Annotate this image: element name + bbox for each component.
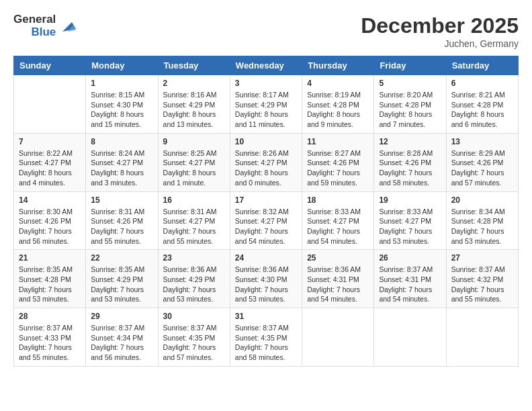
day-info: Sunrise: 8:36 AMSunset: 4:29 PMDaylight:… (163, 265, 225, 304)
day-info: Sunrise: 8:36 AMSunset: 4:31 PMDaylight:… (307, 265, 369, 304)
day-number: 25 (307, 253, 369, 263)
calendar-cell: 5Sunrise: 8:20 AMSunset: 4:28 PMDaylight… (374, 75, 446, 134)
location-label: Juchen, Germany (361, 38, 519, 49)
day-info: Sunrise: 8:27 AMSunset: 4:26 PMDaylight:… (307, 148, 369, 188)
calendar-header-row: SundayMondayTuesdayWednesdayThursdayFrid… (14, 56, 519, 75)
day-number: 12 (379, 137, 441, 146)
day-number: 18 (307, 195, 369, 205)
day-info: Sunrise: 8:31 AMSunset: 4:26 PMDaylight:… (91, 207, 152, 246)
day-info: Sunrise: 8:35 AMSunset: 4:28 PMDaylight:… (19, 265, 81, 304)
page-header: General Blue December 2025 Juchen, Germa… (13, 13, 519, 49)
calendar-cell: 18Sunrise: 8:33 AMSunset: 4:27 PMDayligh… (302, 191, 374, 250)
calendar-cell: 12Sunrise: 8:28 AMSunset: 4:26 PMDayligh… (374, 133, 446, 191)
day-number: 29 (91, 312, 152, 321)
day-number: 7 (19, 137, 81, 146)
calendar-cell: 11Sunrise: 8:27 AMSunset: 4:26 PMDayligh… (302, 133, 374, 191)
day-number: 6 (451, 79, 513, 88)
calendar-week-row: 21Sunrise: 8:35 AMSunset: 4:28 PMDayligh… (14, 250, 519, 308)
calendar-cell: 2Sunrise: 8:16 AMSunset: 4:29 PMDaylight… (158, 75, 230, 134)
logo-general-text: General (13, 13, 56, 26)
day-number: 21 (19, 253, 81, 263)
calendar-cell: 4Sunrise: 8:19 AMSunset: 4:28 PMDaylight… (302, 75, 374, 134)
calendar-cell: 30Sunrise: 8:37 AMSunset: 4:35 PMDayligh… (158, 308, 230, 367)
calendar-week-row: 28Sunrise: 8:37 AMSunset: 4:33 PMDayligh… (14, 308, 519, 367)
day-number: 11 (307, 137, 369, 146)
calendar-cell: 25Sunrise: 8:36 AMSunset: 4:31 PMDayligh… (302, 250, 374, 308)
day-info: Sunrise: 8:20 AMSunset: 4:28 PMDaylight:… (379, 90, 441, 130)
day-info: Sunrise: 8:34 AMSunset: 4:28 PMDaylight:… (451, 207, 513, 246)
day-info: Sunrise: 8:37 AMSunset: 4:35 PMDaylight:… (235, 323, 297, 363)
day-number: 3 (235, 79, 297, 88)
day-number: 16 (163, 195, 225, 205)
day-info: Sunrise: 8:35 AMSunset: 4:29 PMDaylight:… (91, 265, 152, 304)
day-number: 13 (451, 137, 513, 146)
day-number: 8 (91, 137, 152, 146)
day-number: 28 (19, 312, 81, 321)
calendar-cell: 15Sunrise: 8:31 AMSunset: 4:26 PMDayligh… (86, 191, 158, 250)
day-number: 20 (451, 195, 513, 205)
calendar-day-header: Thursday (302, 56, 374, 75)
day-info: Sunrise: 8:26 AMSunset: 4:27 PMDaylight:… (235, 148, 297, 188)
calendar-day-header: Wednesday (230, 56, 302, 75)
day-number: 22 (91, 253, 152, 263)
logo-icon (58, 17, 77, 36)
calendar-day-header: Friday (374, 56, 446, 75)
calendar-cell: 28Sunrise: 8:37 AMSunset: 4:33 PMDayligh… (14, 308, 86, 367)
calendar-cell: 23Sunrise: 8:36 AMSunset: 4:29 PMDayligh… (158, 250, 230, 308)
calendar-cell: 21Sunrise: 8:35 AMSunset: 4:28 PMDayligh… (14, 250, 86, 308)
day-info: Sunrise: 8:29 AMSunset: 4:26 PMDaylight:… (451, 148, 513, 188)
calendar-day-header: Saturday (446, 56, 518, 75)
day-info: Sunrise: 8:32 AMSunset: 4:27 PMDaylight:… (235, 207, 297, 246)
calendar-cell: 26Sunrise: 8:37 AMSunset: 4:31 PMDayligh… (374, 250, 446, 308)
calendar-cell: 7Sunrise: 8:22 AMSunset: 4:27 PMDaylight… (14, 133, 86, 191)
calendar-week-row: 14Sunrise: 8:30 AMSunset: 4:26 PMDayligh… (14, 191, 519, 250)
calendar-cell (14, 75, 86, 134)
month-title: December 2025 (361, 13, 519, 38)
calendar-day-header: Tuesday (158, 56, 230, 75)
day-info: Sunrise: 8:16 AMSunset: 4:29 PMDaylight:… (163, 90, 225, 130)
day-number: 17 (235, 195, 297, 205)
day-number: 2 (163, 79, 225, 88)
calendar-cell: 16Sunrise: 8:31 AMSunset: 4:27 PMDayligh… (158, 191, 230, 250)
day-info: Sunrise: 8:17 AMSunset: 4:29 PMDaylight:… (235, 90, 297, 130)
calendar-cell: 3Sunrise: 8:17 AMSunset: 4:29 PMDaylight… (230, 75, 302, 134)
day-info: Sunrise: 8:37 AMSunset: 4:31 PMDaylight:… (379, 265, 441, 304)
calendar-week-row: 7Sunrise: 8:22 AMSunset: 4:27 PMDaylight… (14, 133, 519, 191)
day-info: Sunrise: 8:25 AMSunset: 4:27 PMDaylight:… (163, 148, 225, 188)
logo: General Blue (13, 13, 77, 38)
day-info: Sunrise: 8:37 AMSunset: 4:32 PMDaylight:… (451, 265, 513, 304)
calendar-cell: 10Sunrise: 8:26 AMSunset: 4:27 PMDayligh… (230, 133, 302, 191)
day-number: 23 (163, 253, 225, 263)
day-number: 31 (235, 312, 297, 321)
calendar-cell: 24Sunrise: 8:36 AMSunset: 4:30 PMDayligh… (230, 250, 302, 308)
day-number: 24 (235, 253, 297, 263)
day-info: Sunrise: 8:33 AMSunset: 4:27 PMDaylight:… (307, 207, 369, 246)
day-info: Sunrise: 8:15 AMSunset: 4:30 PMDaylight:… (91, 90, 152, 130)
day-info: Sunrise: 8:19 AMSunset: 4:28 PMDaylight:… (307, 90, 369, 130)
day-number: 15 (91, 195, 152, 205)
day-info: Sunrise: 8:28 AMSunset: 4:26 PMDaylight:… (379, 148, 441, 188)
calendar-cell (446, 308, 518, 367)
day-info: Sunrise: 8:22 AMSunset: 4:27 PMDaylight:… (19, 148, 81, 188)
day-info: Sunrise: 8:24 AMSunset: 4:27 PMDaylight:… (91, 148, 152, 188)
calendar-cell: 27Sunrise: 8:37 AMSunset: 4:32 PMDayligh… (446, 250, 518, 308)
day-info: Sunrise: 8:37 AMSunset: 4:34 PMDaylight:… (91, 323, 152, 363)
day-info: Sunrise: 8:30 AMSunset: 4:26 PMDaylight:… (19, 207, 81, 246)
calendar-cell: 19Sunrise: 8:33 AMSunset: 4:27 PMDayligh… (374, 191, 446, 250)
logo-blue-text: Blue (31, 26, 56, 39)
calendar-cell: 9Sunrise: 8:25 AMSunset: 4:27 PMDaylight… (158, 133, 230, 191)
day-number: 9 (163, 137, 225, 146)
day-number: 10 (235, 137, 297, 146)
day-number: 27 (451, 253, 513, 263)
calendar-cell: 6Sunrise: 8:21 AMSunset: 4:28 PMDaylight… (446, 75, 518, 134)
calendar-week-row: 1Sunrise: 8:15 AMSunset: 4:30 PMDaylight… (14, 75, 519, 134)
day-number: 4 (307, 79, 369, 88)
calendar-cell: 8Sunrise: 8:24 AMSunset: 4:27 PMDaylight… (86, 133, 158, 191)
calendar-cell: 1Sunrise: 8:15 AMSunset: 4:30 PMDaylight… (86, 75, 158, 134)
day-number: 5 (379, 79, 441, 88)
calendar-day-header: Monday (86, 56, 158, 75)
day-number: 30 (163, 312, 225, 321)
day-number: 19 (379, 195, 441, 205)
calendar-cell: 13Sunrise: 8:29 AMSunset: 4:26 PMDayligh… (446, 133, 518, 191)
day-info: Sunrise: 8:33 AMSunset: 4:27 PMDaylight:… (379, 207, 441, 246)
